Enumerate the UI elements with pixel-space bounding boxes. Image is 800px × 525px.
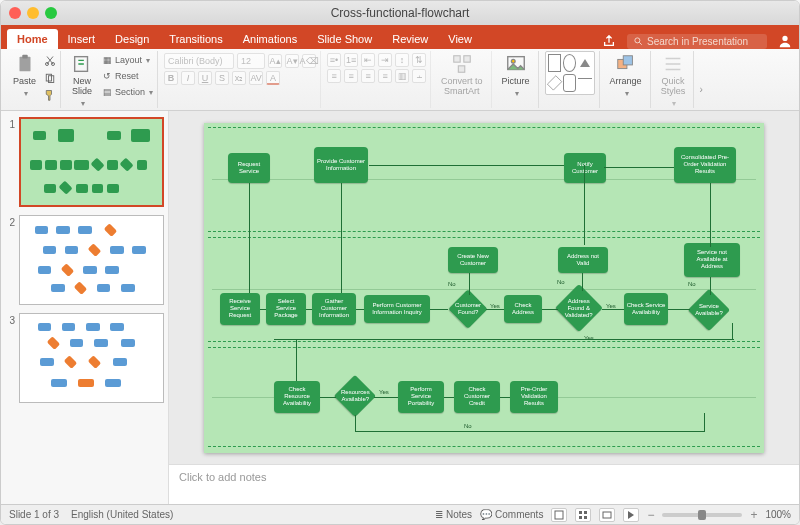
slide-thumbnail-2[interactable]: 2 (5, 215, 164, 305)
tab-home[interactable]: Home (7, 29, 58, 49)
font-name-select[interactable]: Calibri (Body) (164, 53, 234, 69)
svg-point-13 (511, 59, 515, 63)
flow-node[interactable]: Notify Customer (564, 153, 606, 183)
layout-button[interactable]: ▦Layout▾ (101, 54, 153, 66)
flow-node[interactable]: Address not Valid (558, 247, 608, 273)
flow-node[interactable]: Check Service Availability (624, 293, 668, 325)
ribbon-group-font: Calibri (Body) 12 A▴ A▾ A⌫ B I U S x₂ AV… (160, 51, 321, 108)
flow-node[interactable]: Service not Available at Address (684, 243, 740, 277)
bullets-button[interactable]: ≡• (327, 53, 341, 67)
window-title: Cross-functional-flowchart (1, 6, 799, 20)
clear-format-button[interactable]: A⌫ (302, 54, 316, 68)
grow-font-button[interactable]: A▴ (268, 54, 282, 68)
search-icon (633, 36, 643, 46)
align-right-button[interactable]: ≡ (361, 69, 375, 83)
strike-button[interactable]: S (215, 71, 229, 85)
slide-canvas[interactable]: Request Service Provide Customer Informa… (204, 123, 764, 453)
svg-rect-9 (454, 56, 460, 62)
flow-node[interactable]: Perform Customer Information Inquiry (364, 295, 430, 323)
font-size-select[interactable]: 12 (237, 53, 265, 69)
notes-placeholder: Click to add notes (179, 471, 266, 483)
numbering-button[interactable]: 1≡ (344, 53, 358, 67)
ribbon-overflow-button[interactable]: › (696, 51, 706, 108)
flow-node[interactable]: Check Address (504, 295, 542, 323)
tab-view[interactable]: View (438, 29, 482, 49)
arrange-button[interactable]: Arrange ▾ (606, 51, 646, 100)
edge-label-yes: Yes (584, 335, 594, 341)
flow-node[interactable]: Provide Customer Information (314, 147, 368, 183)
flow-node[interactable]: Receive Service Request (220, 293, 260, 325)
reading-view-button[interactable] (599, 508, 615, 522)
justify-button[interactable]: ≡ (378, 69, 392, 83)
paste-button[interactable]: Paste ▾ (9, 51, 40, 100)
tab-animations[interactable]: Animations (233, 29, 307, 49)
flow-node[interactable]: Create New Customer (448, 247, 498, 273)
slide-thumbnail-1[interactable]: 1 (5, 117, 164, 207)
outdent-button[interactable]: ⇤ (361, 53, 375, 67)
zoom-out-button[interactable]: − (647, 508, 654, 522)
zoom-slider[interactable] (662, 513, 742, 517)
font-color-button[interactable]: A (266, 71, 280, 85)
slide-thumbnail-3[interactable]: 3 (5, 313, 164, 403)
text-direction-button[interactable]: ⇅ (412, 53, 426, 67)
tab-transitions[interactable]: Transitions (159, 29, 232, 49)
ribbon-group-shapes (541, 51, 600, 108)
char-spacing-button[interactable]: AV (249, 71, 263, 85)
sorter-view-button[interactable] (575, 508, 591, 522)
minimize-icon[interactable] (27, 7, 39, 19)
flow-node[interactable]: Request Service (228, 153, 270, 183)
maximize-icon[interactable] (45, 7, 57, 19)
tab-design[interactable]: Design (105, 29, 159, 49)
user-icon[interactable] (777, 33, 793, 49)
slide-viewport[interactable]: Request Service Provide Customer Informa… (169, 111, 799, 464)
flow-node[interactable]: Perform Service Portability (398, 381, 444, 413)
italic-button[interactable]: I (181, 71, 195, 85)
ribbon-group-arrange: Arrange ▾ (602, 51, 651, 108)
columns-button[interactable]: ▥ (395, 69, 409, 83)
tab-insert[interactable]: Insert (58, 29, 106, 49)
zoom-in-button[interactable]: + (750, 508, 757, 522)
section-button[interactable]: ▤Section▾ (101, 86, 153, 98)
line-spacing-button[interactable]: ↕ (395, 53, 409, 67)
copy-button[interactable] (44, 72, 56, 86)
flow-node[interactable]: Pre-Order Validation Results (510, 381, 558, 413)
close-icon[interactable] (9, 7, 21, 19)
tab-review[interactable]: Review (382, 29, 438, 49)
subscript-button[interactable]: x₂ (232, 71, 246, 85)
align-center-button[interactable]: ≡ (344, 69, 358, 83)
convert-smartart-button[interactable]: Convert to SmartArt (437, 51, 487, 99)
indent-button[interactable]: ⇥ (378, 53, 392, 67)
align-text-button[interactable]: ⫠ (412, 69, 426, 83)
slideshow-view-button[interactable] (623, 508, 639, 522)
notes-pane[interactable]: Click to add notes (169, 464, 799, 504)
chevron-down-icon: ▾ (625, 89, 629, 98)
search-input[interactable]: Search in Presentation (627, 34, 767, 49)
cut-button[interactable] (44, 55, 56, 69)
flow-node[interactable]: Check Resource Availability (274, 381, 320, 413)
align-left-button[interactable]: ≡ (327, 69, 341, 83)
status-language[interactable]: English (United States) (71, 509, 173, 520)
normal-view-button[interactable] (551, 508, 567, 522)
picture-button[interactable]: Picture ▾ (498, 51, 534, 100)
flow-node[interactable]: Check Customer Credit (454, 381, 500, 413)
reset-button[interactable]: ↺Reset (101, 70, 153, 82)
underline-button[interactable]: U (198, 71, 212, 85)
new-slide-button[interactable]: New Slide ▾ (67, 51, 97, 110)
notes-toggle-button[interactable]: ≣ Notes (435, 509, 472, 520)
chevron-down-icon: ▾ (24, 89, 28, 98)
quick-styles-button[interactable]: Quick Styles ▾ (657, 51, 690, 110)
slide-thumbnail-pane[interactable]: 1 (1, 111, 169, 504)
zoom-level[interactable]: 100% (765, 509, 791, 520)
flow-node[interactable]: Consolidated Pre-Order Validation Result… (674, 147, 736, 183)
flow-node[interactable]: Gather Customer Information (312, 293, 356, 325)
svg-rect-20 (584, 516, 587, 519)
shapes-gallery[interactable] (545, 51, 595, 95)
tab-slideshow[interactable]: Slide Show (307, 29, 382, 49)
comments-toggle-button[interactable]: 💬 Comments (480, 509, 543, 520)
edge-label-no: No (464, 423, 472, 429)
shrink-font-button[interactable]: A▾ (285, 54, 299, 68)
format-painter-button[interactable] (44, 89, 56, 103)
bold-button[interactable]: B (164, 71, 178, 85)
share-button[interactable] (601, 33, 617, 49)
flow-node[interactable]: Select Service Package (266, 293, 306, 325)
